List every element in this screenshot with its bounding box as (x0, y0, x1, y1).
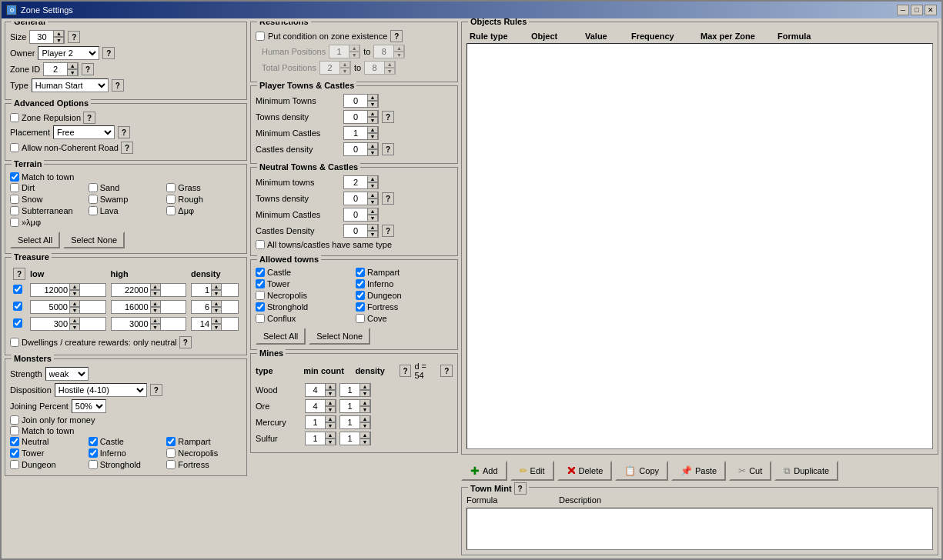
mon-castle-check[interactable] (89, 437, 98, 446)
nt-min-towns-spinner[interactable]: ▲ ▼ (343, 175, 379, 189)
t2d-down[interactable]: ▼ (211, 307, 222, 314)
terrain-dmu-check[interactable] (166, 206, 176, 215)
md-up[interactable]: ▲ (359, 415, 370, 422)
pt-castles-density-help[interactable]: ? (382, 143, 394, 155)
terrain-dirt-check[interactable] (10, 183, 19, 192)
sm-up[interactable]: ▲ (325, 432, 336, 438)
allow-noncoherent-check[interactable] (10, 143, 19, 152)
nt-mc-up[interactable]: ▲ (367, 208, 378, 215)
mine-sulfur-min[interactable]: ▲▼ (305, 432, 336, 445)
town-mint-help[interactable]: ? (514, 482, 527, 495)
monsters-match-town-check[interactable] (10, 426, 19, 435)
terrain-lava-check[interactable] (89, 206, 98, 215)
pt-mc-up[interactable]: ▲ (367, 126, 378, 133)
type-help[interactable]: ? (112, 79, 124, 92)
pt-td-up[interactable]: ▲ (367, 110, 378, 117)
duplicate-button[interactable]: ⧉ Duplicate (774, 461, 838, 481)
nt-towns-density-spinner[interactable]: ▲ ▼ (343, 192, 379, 205)
pt-towns-density-help[interactable]: ? (382, 111, 394, 123)
t2h-up[interactable]: ▲ (150, 300, 161, 307)
terrain-lmu-check[interactable] (10, 218, 19, 227)
mon-dungeon-check[interactable] (10, 460, 19, 469)
minimize-button[interactable]: ─ (897, 5, 909, 15)
joining-select[interactable]: 50% (72, 399, 106, 413)
edit-button[interactable]: ✏ Edit (510, 461, 554, 481)
mine-ore-min[interactable]: ▲▼ (305, 399, 336, 413)
t1l-up[interactable]: ▲ (69, 283, 80, 290)
put-condition-help[interactable]: ? (390, 30, 403, 42)
sd-down[interactable]: ▼ (359, 438, 370, 445)
pt-mt-up[interactable]: ▲ (367, 94, 378, 101)
t3h-down[interactable]: ▼ (150, 324, 161, 331)
nt-mt-down[interactable]: ▼ (367, 182, 378, 189)
at-castle-check[interactable] (256, 268, 265, 277)
at-rampart-check[interactable] (356, 268, 365, 277)
zone-id-up[interactable]: ▲ (67, 62, 78, 69)
terrain-rough-check[interactable] (166, 195, 176, 204)
nt-mt-up[interactable]: ▲ (367, 175, 378, 182)
mine-sulfur-density[interactable]: ▲▼ (339, 432, 371, 445)
pt-mc-down[interactable]: ▼ (367, 133, 378, 140)
disposition-select[interactable]: Hostile (4-10) (55, 383, 147, 397)
dwellings-check[interactable] (10, 338, 19, 347)
t1d-up[interactable]: ▲ (211, 283, 222, 290)
treasure-row1-low[interactable]: ▲▼ (30, 283, 106, 297)
t3l-up[interactable]: ▲ (69, 317, 80, 324)
treasure-help[interactable]: ? (13, 268, 25, 280)
allow-noncoherent-help[interactable]: ? (121, 142, 133, 154)
mine-mercury-density[interactable]: ▲▼ (339, 415, 371, 429)
nt-td-up[interactable]: ▲ (367, 192, 378, 198)
type-select[interactable]: Human Start (32, 78, 109, 92)
nt-towns-density-help[interactable]: ? (382, 192, 394, 205)
wm-up[interactable]: ▲ (325, 383, 336, 390)
disposition-help[interactable]: ? (150, 384, 162, 396)
placement-select[interactable]: Free (53, 125, 115, 139)
pt-towns-density-input[interactable] (344, 111, 367, 123)
close-button[interactable]: ✕ (925, 5, 937, 15)
t2l-up[interactable]: ▲ (69, 300, 80, 307)
size-up[interactable]: ▲ (53, 30, 64, 37)
copy-button[interactable]: 📋 Copy (615, 461, 668, 481)
t2d-up[interactable]: ▲ (211, 300, 222, 307)
wd-up[interactable]: ▲ (359, 383, 370, 390)
size-spinner[interactable]: 30 ▲ ▼ (29, 30, 65, 44)
terrain-subterranean-check[interactable] (10, 206, 19, 215)
mon-tower-check[interactable] (10, 448, 19, 458)
od-up[interactable]: ▲ (359, 399, 370, 406)
nt-td-down[interactable]: ▼ (367, 198, 378, 205)
dwellings-help[interactable]: ? (179, 336, 192, 348)
allowed-towns-select-none-button[interactable]: Select None (309, 328, 370, 345)
nt-min-castles-input[interactable] (344, 208, 367, 221)
treasure-row2-density[interactable]: ▲▼ (191, 300, 239, 314)
pt-mt-down[interactable]: ▼ (367, 101, 378, 108)
treasure-row2-check[interactable] (13, 302, 22, 311)
t1l-down[interactable]: ▼ (69, 290, 80, 297)
terrain-select-all-button[interactable]: Select All (10, 232, 60, 248)
mm-down[interactable]: ▼ (325, 422, 336, 429)
nt-towns-density-input[interactable] (344, 192, 367, 205)
t1h-down[interactable]: ▼ (150, 290, 161, 297)
zone-id-help[interactable]: ? (82, 63, 94, 75)
nt-castles-density-help[interactable]: ? (382, 225, 394, 237)
treasure-row1-high[interactable]: ▲▼ (111, 283, 187, 297)
mine-wood-min[interactable]: ▲▼ (305, 383, 336, 397)
treasure-row3-density[interactable]: ▲▼ (191, 317, 239, 331)
pt-castles-density-spinner[interactable]: ▲ ▼ (343, 142, 379, 156)
terrain-swamp-check[interactable] (89, 195, 98, 204)
pt-min-castles-spinner[interactable]: ▲ ▼ (343, 126, 379, 140)
mine-ore-density[interactable]: ▲▼ (339, 399, 371, 413)
owner-select[interactable]: Player 2 (38, 46, 99, 60)
mine-mercury-min[interactable]: ▲▼ (305, 415, 336, 429)
wm-down[interactable]: ▼ (325, 390, 336, 397)
terrain-grass-check[interactable] (166, 183, 176, 192)
md-down[interactable]: ▼ (359, 422, 370, 429)
terrain-snow-check[interactable] (10, 195, 19, 204)
nt-mc-down[interactable]: ▼ (367, 215, 378, 222)
t3h-up[interactable]: ▲ (150, 317, 161, 324)
zone-id-down[interactable]: ▼ (67, 69, 78, 76)
t1d-down[interactable]: ▼ (211, 290, 222, 297)
nt-castles-density-spinner[interactable]: ▲ ▼ (343, 224, 379, 238)
at-conflux-check[interactable] (256, 314, 265, 323)
allowed-towns-select-all-button[interactable]: Select All (256, 328, 306, 345)
add-button[interactable]: ✚ Add (461, 461, 507, 481)
